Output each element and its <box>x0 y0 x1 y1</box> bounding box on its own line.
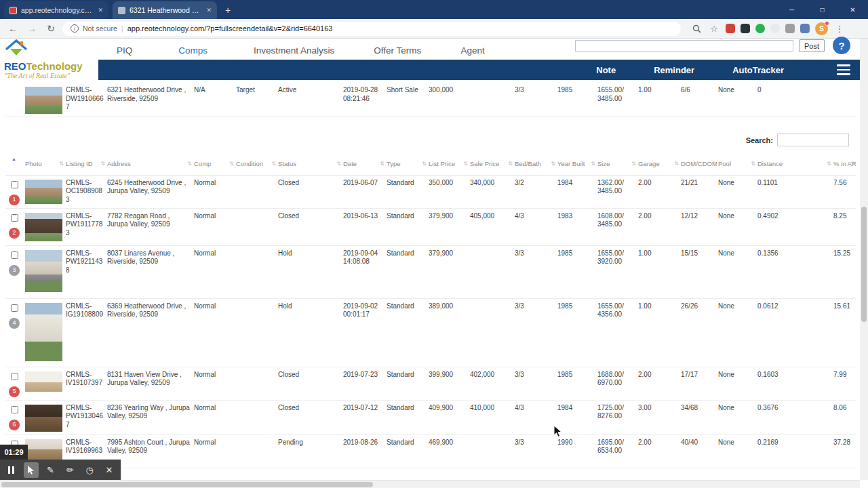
column-header-year-built[interactable]: Year Built⇅ <box>556 155 596 175</box>
cursor-tool-button[interactable] <box>24 462 39 478</box>
sort-icon: ⇅ <box>229 161 234 167</box>
hamburger-menu-icon[interactable] <box>807 64 850 75</box>
stop-recording-button[interactable]: ✕ <box>102 462 117 478</box>
cell-photo <box>24 208 64 245</box>
comp-row[interactable]: 3 CRMLS-PW19211438 8037 Linares Avenue ,… <box>5 245 856 298</box>
cell-sale-price <box>469 298 513 367</box>
column-header-distance[interactable]: Distance⇅ <box>756 155 832 175</box>
column-header-bed-bath[interactable]: Bed/Bath⇅ <box>513 155 556 175</box>
column-header-garage[interactable]: Garage⇅ <box>637 155 679 175</box>
browser-menu-icon[interactable]: ⋮ <box>833 22 846 35</box>
row-select-checkbox[interactable] <box>11 251 18 259</box>
comp-row[interactable]: 4 CRMLS-IG19108809 6369 Heatherwood Driv… <box>5 298 856 367</box>
horizontal-scrollbar-thumb[interactable] <box>1 482 373 487</box>
marker-tool-button[interactable]: ✏ <box>62 462 77 478</box>
cell-photo <box>24 298 64 367</box>
extension-icon[interactable] <box>770 24 780 33</box>
post-note-input[interactable] <box>575 40 793 52</box>
notification-dot <box>825 21 829 26</box>
column-header-condition[interactable]: Condition⇅ <box>235 155 277 175</box>
horizontal-scrollbar[interactable] <box>0 480 860 488</box>
timer-tool-button[interactable]: ◷ <box>82 462 97 478</box>
subject-property-photo[interactable] <box>25 87 62 114</box>
bookmark-star-icon[interactable]: ☆ <box>708 22 720 35</box>
maximize-button[interactable]: □ <box>807 0 837 19</box>
address-bar[interactable]: i Not secure | app.reotechnology.com/?p=… <box>62 22 681 36</box>
subject-pool: None <box>717 83 756 117</box>
cell-garage: 2.00 <box>637 434 679 468</box>
column-header-type[interactable]: Type⇅ <box>385 155 427 175</box>
column-header-photo[interactable]: Photo⇅ <box>24 155 64 175</box>
extension-icon[interactable] <box>785 24 795 33</box>
column-header-sale-price[interactable]: Sale Price⇅ <box>469 155 513 175</box>
column-header-date[interactable]: Date⇅ <box>342 155 385 175</box>
column-header--in-arv[interactable]: % in ARV⇅ <box>832 155 856 175</box>
subject-row[interactable]: CRMLS-DW19106667 6321 Heatherwood Drive … <box>5 83 856 117</box>
column-header-select[interactable]: ▲ <box>5 155 24 175</box>
row-select-checkbox[interactable] <box>11 214 18 222</box>
row-select-checkbox[interactable] <box>11 304 18 312</box>
row-select-checkbox[interactable] <box>11 373 18 380</box>
property-photo[interactable] <box>25 180 62 204</box>
vertical-scrollbar[interactable] <box>860 39 868 480</box>
note-button[interactable]: Note <box>596 65 616 75</box>
browser-tab-2[interactable]: 6321 Heatherwood Drive ✕ <box>113 1 217 19</box>
cell-comp: Normal <box>193 400 235 434</box>
cell-status: Closed <box>277 367 342 400</box>
subject-bed-bath: 3/3 <box>513 83 556 117</box>
browser-tab-1[interactable]: app.reotechnology.com/?p=tod... ✕ <box>4 1 108 19</box>
property-photo[interactable] <box>25 213 62 241</box>
column-header-dom-cdom[interactable]: DOM/CDOM⇅ <box>679 155 717 175</box>
sort-icon: ⇅ <box>187 161 192 167</box>
info-icon[interactable]: i <box>71 24 79 33</box>
post-button[interactable]: Post <box>799 39 825 52</box>
cell-distance: 0.4902 <box>756 208 832 245</box>
autotracker-button[interactable]: AutoTracker <box>732 65 784 75</box>
column-header-size[interactable]: Size⇅ <box>596 155 637 175</box>
column-header-address[interactable]: Address⇅ <box>106 155 193 175</box>
property-photo[interactable] <box>25 371 62 392</box>
row-select-checkbox[interactable] <box>11 181 18 188</box>
comp-row[interactable]: 2 CRMLS-PW19117783 7782 Reagan Road , Ju… <box>5 208 856 245</box>
forward-icon[interactable]: → <box>24 21 39 36</box>
minimize-button[interactable]: ─ <box>776 0 807 19</box>
cell-status: Hold <box>277 245 342 298</box>
new-tab-button[interactable]: + <box>220 3 236 18</box>
vertical-scrollbar-thumb[interactable] <box>861 207 867 322</box>
comp-row[interactable]: 7 CRMLS-IV19169963 7995 Ashton Court , J… <box>5 434 856 468</box>
comp-row[interactable]: 6 CRMLS-PW19130467 8236 Yearling Way , J… <box>5 400 856 434</box>
comp-row[interactable]: 1 CRMLS-OC19089083 6245 Heatherwood Driv… <box>5 175 856 208</box>
extension-icon[interactable] <box>726 24 735 33</box>
cell-listing-id: CRMLS-IV19107397 <box>64 367 106 400</box>
property-photo[interactable] <box>25 303 62 361</box>
pause-button[interactable] <box>4 462 19 478</box>
property-photo[interactable] <box>25 405 62 432</box>
comp-row[interactable]: 5 CRMLS-IV19107397 8131 Haven View Drive… <box>5 367 856 400</box>
reo-technology-logo[interactable]: REOTechnology "The Art of Real Estate" <box>4 39 98 79</box>
extension-icon[interactable] <box>800 24 810 33</box>
column-header-list-price[interactable]: List Price⇅ <box>427 155 469 175</box>
extension-icon[interactable] <box>755 24 765 33</box>
close-window-button[interactable]: ✕ <box>837 0 868 19</box>
tab-close-icon[interactable]: ✕ <box>98 7 103 14</box>
column-header-pool[interactable]: Pool⇅ <box>717 155 756 175</box>
help-icon[interactable]: ? <box>833 37 850 54</box>
app-content: REOTechnology "The Art of Real Estate" P… <box>0 39 868 488</box>
row-select-checkbox[interactable] <box>11 406 18 413</box>
refresh-icon[interactable]: ↻ <box>43 21 58 36</box>
column-header-status[interactable]: Status⇅ <box>277 155 342 175</box>
back-icon[interactable]: ← <box>5 21 20 36</box>
zoom-icon[interactable] <box>690 22 703 35</box>
profile-avatar[interactable]: S <box>815 22 828 35</box>
tab-close-icon[interactable]: ✕ <box>206 7 212 14</box>
column-header-listing-id[interactable]: Listing ID⇅ <box>64 155 106 175</box>
cell-distance: 0.1101 <box>756 175 832 208</box>
sort-icon: ⇅ <box>59 161 64 167</box>
pencil-tool-button[interactable]: ✎ <box>43 462 58 478</box>
row-number-badge: 2 <box>9 228 20 239</box>
reminder-button[interactable]: Reminder <box>654 65 694 75</box>
extension-icon[interactable] <box>741 24 750 33</box>
comps-search-input[interactable] <box>777 134 849 146</box>
property-photo[interactable] <box>25 250 62 292</box>
column-header-comp[interactable]: Comp⇅ <box>193 155 235 175</box>
